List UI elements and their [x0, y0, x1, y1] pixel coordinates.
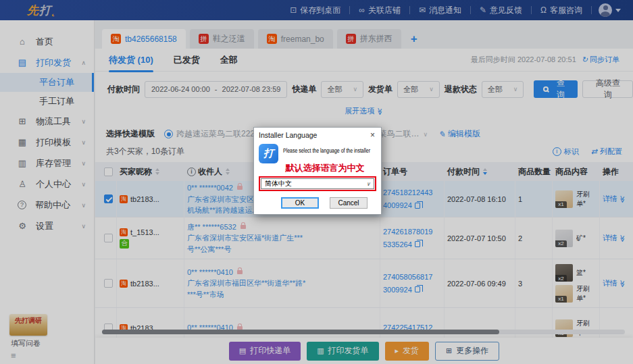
installer-language-dialog: Installer Language × 打 Please select the…: [253, 127, 382, 215]
language-select-value: 简体中文: [265, 179, 292, 188]
dialog-titlebar[interactable]: Installer Language ×: [254, 128, 381, 142]
tutorial-annotation: 默认选择语言为中文: [274, 162, 376, 174]
dialog-buttons: OK Cancel: [259, 197, 376, 209]
installer-app-icon: 打: [259, 144, 278, 163]
chevron-down-icon: ∨: [366, 181, 370, 187]
app-window: 先打 ⊡保存到桌面 ∞关联店铺 ✉消息通知 ✎意见反馈 Ω客服咨询 ⌂首页 ▤打…: [0, 0, 633, 364]
annotation-highlight-box: 简体中文 ∨: [259, 176, 376, 191]
dialog-body: 打 Please select the language of the inst…: [254, 142, 381, 214]
close-icon[interactable]: ×: [369, 130, 376, 140]
ok-button[interactable]: OK: [281, 197, 319, 209]
cancel-button[interactable]: Cancel: [330, 197, 368, 209]
dialog-title: Installer Language: [259, 131, 317, 139]
app-icon-glyph: 打: [263, 147, 274, 160]
dialog-message: Please select the language of the instal…: [283, 144, 370, 154]
language-select[interactable]: 简体中文 ∨: [261, 178, 374, 189]
